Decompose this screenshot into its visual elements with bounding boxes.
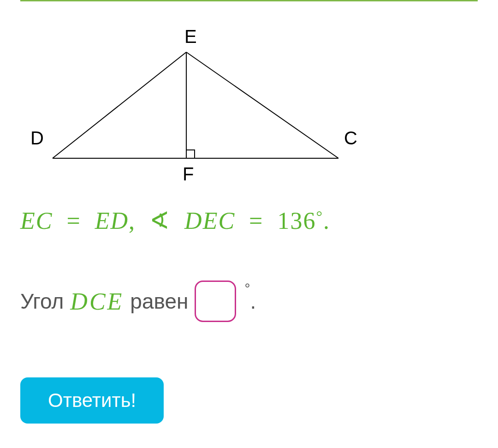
degree-symbol: ° [244,281,250,296]
given-statement: EC = ED, ∢ DEC = 136°. [20,207,478,234]
given-angle-name: DEC [184,208,235,234]
submit-button[interactable]: Ответить! [20,377,164,424]
triangle-diagram: E D C F [20,15,371,181]
vertex-label-d: D [30,128,44,148]
vertex-label-e: E [184,26,197,47]
question-prefix: Угол [20,289,64,314]
question-angle-name: DCE [70,288,124,315]
vertex-label-c: C [344,128,357,148]
answer-input[interactable] [195,281,236,322]
given-angle-value: 136 [277,208,316,234]
question-row: Угол DCE равен ° . [20,281,478,322]
angle-icon: ∢ [149,207,171,234]
foot-label-f: F [183,164,194,181]
svg-line-1 [53,52,186,158]
svg-line-2 [186,52,338,158]
top-divider [20,0,478,1]
question-middle: равен [130,289,188,314]
given-equality: EC [20,208,53,234]
question-period: . [250,289,256,314]
